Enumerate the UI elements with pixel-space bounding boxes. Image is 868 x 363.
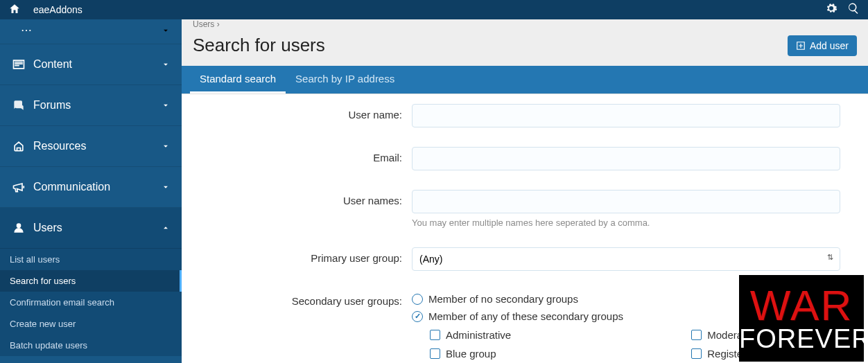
chevron-down-icon <box>161 100 171 110</box>
page-title: Search for users <box>193 35 325 56</box>
content-icon <box>11 57 26 72</box>
checkbox-icon <box>691 330 702 340</box>
username-input[interactable] <box>412 104 840 127</box>
radio-checked-icon <box>412 311 423 322</box>
primary-group-select[interactable]: (Any) <box>412 247 840 271</box>
tabs: Standard search Search by IP address <box>182 66 868 94</box>
sidebar-item-content[interactable]: Content <box>0 44 182 85</box>
users-icon <box>11 220 26 236</box>
home-icon[interactable] <box>8 3 21 17</box>
checkbox-icon <box>691 348 702 359</box>
chevron-up-icon <box>161 223 171 233</box>
sidebar-item-communication[interactable]: Communication <box>0 167 182 208</box>
sidebar-item-resources[interactable]: Resources <box>0 126 182 167</box>
sub-list-all-users[interactable]: List all users <box>0 249 182 270</box>
sub-search-for-users[interactable]: Search for users <box>0 270 182 292</box>
secondary-groups-label: Secondary user groups: <box>193 290 412 360</box>
primary-group-label: Primary user group: <box>193 247 412 271</box>
tab-standard-search[interactable]: Standard search <box>190 66 286 94</box>
forums-icon <box>11 98 26 113</box>
breadcrumb[interactable]: Users › <box>182 19 868 29</box>
chevron-down-icon <box>161 141 171 151</box>
chevron-down-icon <box>161 60 171 69</box>
username-label: User name: <box>193 104 412 127</box>
sub-batch-update-users[interactable]: Batch update users <box>0 335 182 356</box>
topbar: eaeAddons <box>0 0 868 19</box>
chevron-down-icon <box>161 182 171 192</box>
usernames-input[interactable] <box>412 190 840 213</box>
usernames-label: User names: <box>193 190 412 228</box>
chevron-down-icon <box>161 26 171 35</box>
megaphone-icon <box>11 179 26 195</box>
checkbox-icon <box>430 330 440 340</box>
gear-icon[interactable] <box>825 2 837 17</box>
checkbox-icon <box>430 348 440 359</box>
brand-name: eaeAddons <box>33 4 83 15</box>
radio-icon <box>412 294 423 305</box>
sidebar-item-addons[interactable]: ⋯ <box>0 19 182 44</box>
sidebar-item-forums[interactable]: Forums <box>0 85 182 126</box>
plus-box-icon <box>796 41 806 51</box>
email-label: Email: <box>193 147 412 170</box>
search-icon[interactable] <box>847 2 860 17</box>
check-blue-group[interactable]: Blue group <box>430 348 511 360</box>
watermark-logo: WAR FOREVER <box>739 275 864 362</box>
usernames-hint: You may enter multiple names here sepera… <box>412 218 857 228</box>
check-administrative[interactable]: Administrative <box>430 329 511 341</box>
email-input[interactable] <box>412 147 840 170</box>
add-user-button[interactable]: Add user <box>788 35 857 56</box>
sidebar-item-users[interactable]: Users <box>0 208 182 249</box>
sidebar: ⋯ Content Forums Resources Communication… <box>0 19 182 363</box>
resources-icon <box>11 139 26 154</box>
users-submenu: List all users Search for users Confirma… <box>0 249 182 356</box>
sub-create-new-user[interactable]: Create new user <box>0 313 182 335</box>
sub-confirmation-email-search[interactable]: Confirmation email search <box>0 292 182 313</box>
tab-search-by-ip[interactable]: Search by IP address <box>286 66 404 94</box>
